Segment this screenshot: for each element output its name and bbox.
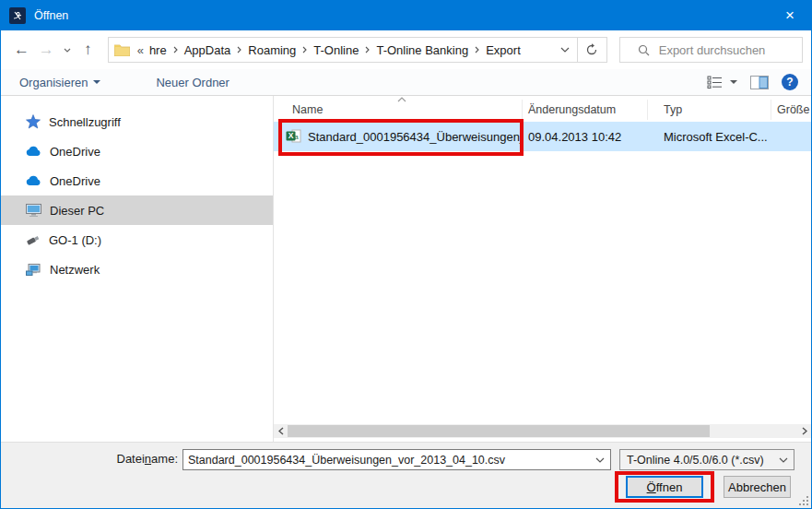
filename-label: Dateiname:	[93, 452, 178, 466]
sidebar-item-label: Schnellzugriff	[49, 115, 121, 129]
column-header-type[interactable]: Typ	[648, 100, 771, 120]
address-dropdown-chevron-icon[interactable]	[553, 38, 577, 62]
column-headers: Name Änderungsdatum Typ Größe	[274, 96, 811, 120]
filetype-value: T-Online 4.0/5.0/6.0 (*.csv)	[620, 454, 773, 467]
breadcrumb-item[interactable]: T-Online	[310, 43, 362, 57]
breadcrumb: « hre AppData Roaming T-Online T-Online …	[135, 43, 553, 57]
back-button[interactable]: ←	[9, 38, 34, 63]
breadcrumb-item[interactable]: hre	[146, 43, 171, 57]
chevron-down-icon	[93, 80, 100, 84]
chevron-right-icon	[472, 46, 482, 53]
sidebar-item-go-1-d[interactable]: GO-1 (D:)	[1, 225, 273, 254]
footer-bar: Dateiname: Standard_0001956434_Überweisu…	[1, 442, 811, 508]
column-header-size[interactable]: Größe	[771, 100, 811, 120]
breadcrumb-item[interactable]: Export	[482, 43, 524, 57]
open-button[interactable]: Öffnen	[626, 476, 703, 498]
organize-button[interactable]: Organisieren	[10, 69, 110, 95]
filetype-select[interactable]: T-Online 4.0/5.0/6.0 (*.csv)	[619, 449, 794, 470]
app-logo-icon	[9, 7, 26, 24]
view-mode-button[interactable]	[707, 76, 737, 89]
dialog-content: Schnellzugriff OneDrive OneDrive Dieser …	[1, 96, 811, 442]
breadcrumb-overflow[interactable]: «	[135, 43, 146, 57]
scrollbar-track[interactable]	[288, 424, 797, 438]
sidebar-item-label: OneDrive	[50, 145, 100, 159]
details-view-icon	[707, 76, 724, 89]
excel-csv-file-icon: aX	[286, 129, 301, 144]
preview-pane-button[interactable]	[750, 76, 769, 89]
svg-text:X: X	[288, 131, 294, 140]
sidebar-item-dieser-pc[interactable]: Dieser PC	[1, 195, 273, 225]
title-bar: Öffnen ×	[1, 1, 811, 30]
onedrive-cloud-icon	[26, 175, 41, 186]
column-header-date[interactable]: Änderungsdatum	[523, 100, 648, 120]
chevron-down-icon[interactable]	[773, 457, 794, 463]
this-pc-monitor-icon	[26, 204, 41, 217]
chevron-down-icon[interactable]	[590, 457, 610, 463]
sidebar-item-schnellzugriff[interactable]: Schnellzugriff	[1, 107, 273, 136]
navigation-pane: Schnellzugriff OneDrive OneDrive Dieser …	[1, 96, 274, 442]
horizontal-scrollbar[interactable]	[274, 424, 811, 438]
help-button[interactable]: ?	[782, 74, 798, 90]
organize-label: Organisieren	[19, 76, 88, 89]
recent-locations-chevron-icon[interactable]	[59, 38, 76, 63]
sort-ascending-icon[interactable]	[397, 97, 406, 102]
file-date-cell: 09.04.2013 10:42	[523, 130, 648, 144]
file-name-text: Standard_0001956434_Überweisungen_vo...	[308, 130, 523, 144]
sidebar-item-onedrive-1[interactable]: OneDrive	[1, 136, 273, 166]
filename-input[interactable]: Standard_0001956434_Überweisungen_vor_20…	[182, 449, 611, 470]
sidebar-item-label: GO-1 (D:)	[49, 233, 101, 247]
sidebar-item-netzwerk[interactable]: Netzwerk	[1, 254, 273, 284]
navigation-row: ← → ↑ « hre AppData Roaming T-Online T-O…	[1, 30, 811, 69]
search-input[interactable]: Export durchsuchen	[619, 37, 803, 63]
window-title: Öffnen	[34, 9, 769, 22]
sidebar-item-label: Dieser PC	[50, 204, 104, 218]
file-type-cell: Microsoft Excel-C...	[648, 130, 771, 144]
filename-value: Standard_0001956434_Überweisungen_vor_20…	[183, 454, 590, 467]
up-button[interactable]: ↑	[76, 38, 100, 63]
sidebar-item-label: Netzwerk	[50, 263, 100, 277]
command-toolbar: Organisieren Neuer Ordner ?	[1, 69, 811, 96]
forward-button[interactable]: →	[34, 38, 59, 63]
network-icon	[26, 264, 41, 276]
chevron-right-icon	[300, 46, 310, 53]
breadcrumb-item[interactable]: AppData	[181, 43, 235, 57]
folder-icon	[114, 43, 130, 56]
new-folder-button[interactable]: Neuer Ordner	[147, 69, 238, 95]
address-bar[interactable]: « hre AppData Roaming T-Online T-Online …	[108, 37, 607, 63]
open-file-dialog: Öffnen × ← → ↑ « hre AppData Roaming T-O…	[0, 0, 812, 509]
chevron-right-icon	[171, 46, 181, 53]
sidebar-item-onedrive-2[interactable]: OneDrive	[1, 166, 273, 195]
search-icon	[638, 44, 650, 56]
quick-access-star-icon	[26, 114, 41, 129]
usb-drive-icon	[26, 234, 41, 245]
new-folder-label: Neuer Ordner	[156, 76, 229, 89]
close-button[interactable]: ×	[769, 1, 811, 30]
search-placeholder: Export durchsuchen	[659, 43, 766, 57]
cancel-button[interactable]: Abbrechen	[724, 476, 791, 498]
breadcrumb-item[interactable]: Roaming	[244, 43, 300, 57]
chevron-right-icon	[234, 46, 244, 53]
column-header-name[interactable]: Name	[274, 100, 523, 120]
chevron-right-icon	[362, 46, 372, 53]
chevron-down-icon	[730, 80, 737, 84]
resize-grip[interactable]	[797, 494, 808, 505]
scrollbar-thumb[interactable]	[288, 425, 710, 437]
scroll-right-icon[interactable]	[797, 424, 811, 438]
sidebar-item-label: OneDrive	[50, 174, 100, 188]
file-row-selected[interactable]: aX Standard_0001956434_Überweisungen_vo.…	[274, 122, 811, 151]
scroll-left-icon[interactable]	[274, 424, 288, 438]
breadcrumb-item[interactable]: T-Online Banking	[372, 43, 472, 57]
refresh-button[interactable]	[577, 38, 606, 62]
onedrive-cloud-icon	[26, 146, 41, 157]
file-name-cell[interactable]: aX Standard_0001956434_Überweisungen_vo.…	[274, 129, 523, 144]
help-label: ?	[786, 76, 793, 89]
file-list: Name Änderungsdatum Typ Größe aX Standar…	[274, 96, 811, 442]
